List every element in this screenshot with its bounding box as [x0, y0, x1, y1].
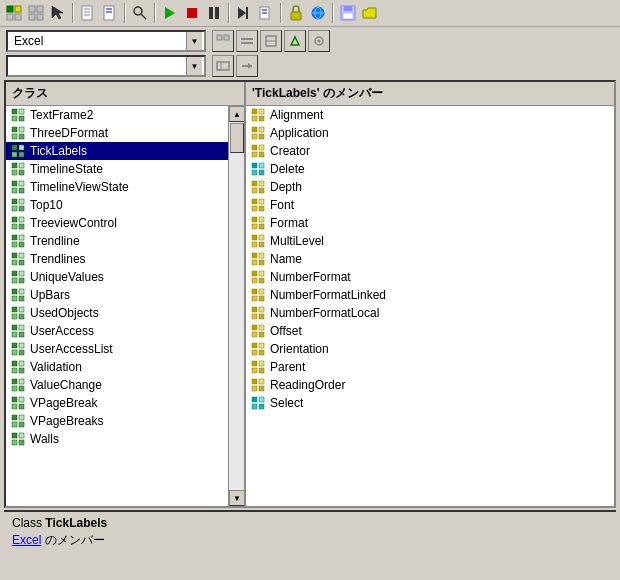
toolbar-icon-doc2[interactable]: [100, 3, 120, 23]
combo-library-arrow[interactable]: ▼: [186, 32, 202, 50]
svg-rect-91: [12, 307, 17, 312]
toolbar-icon-search[interactable]: [130, 3, 150, 23]
svg-rect-66: [19, 188, 24, 193]
svg-rect-35: [224, 35, 229, 40]
scroll-up-btn[interactable]: ▲: [229, 106, 244, 122]
toolbar-icon-globe[interactable]: [308, 3, 328, 23]
member-list-item[interactable]: Select: [246, 394, 614, 412]
class-list-item[interactable]: TickLabels: [6, 142, 228, 160]
toolbar-btn-b[interactable]: [236, 30, 258, 52]
svg-rect-0: [7, 6, 13, 12]
class-list-item[interactable]: UniqueValues: [6, 268, 228, 286]
svg-rect-87: [12, 289, 17, 294]
class-list-item[interactable]: VPageBreaks: [6, 412, 228, 430]
member-list-item[interactable]: Parent: [246, 358, 614, 376]
toolbar-icon-cursor[interactable]: [48, 3, 68, 23]
class-list-item[interactable]: Walls: [6, 430, 228, 448]
class-list-item[interactable]: UserAccessList: [6, 340, 228, 358]
scroll-down-btn[interactable]: ▼: [229, 490, 244, 506]
member-list-item[interactable]: Alignment: [246, 106, 614, 124]
class-list-item[interactable]: TextFrame2: [6, 106, 228, 124]
class-list-item[interactable]: Validation: [6, 358, 228, 376]
member-list-item[interactable]: Offset: [246, 322, 614, 340]
member-list-item[interactable]: NumberFormatLocal: [246, 304, 614, 322]
class-item-label: VPageBreak: [30, 396, 97, 410]
toolbar-icon-1[interactable]: [4, 3, 24, 23]
class-list-item[interactable]: TreeviewControl: [6, 214, 228, 232]
class-list-item[interactable]: ValueChange: [6, 376, 228, 394]
class-list-item[interactable]: Trendlines: [6, 250, 228, 268]
member-list-item[interactable]: NumberFormatLinked: [246, 286, 614, 304]
svg-rect-116: [12, 422, 17, 427]
toolbar-icon-stop[interactable]: [182, 3, 202, 23]
class-list-item[interactable]: UserAccess: [6, 322, 228, 340]
toolbar-btn-e[interactable]: [308, 30, 330, 52]
member-icon: [250, 143, 266, 159]
member-list-item[interactable]: Format: [246, 214, 614, 232]
svg-rect-86: [19, 278, 24, 283]
toolbar-btn-d[interactable]: [284, 30, 306, 52]
class-list-item[interactable]: VPageBreak: [6, 394, 228, 412]
combo-library[interactable]: Excel ▼: [6, 30, 206, 52]
svg-rect-158: [259, 260, 264, 265]
member-list-item[interactable]: NumberFormat: [246, 268, 614, 286]
toolbar-icon-2[interactable]: [26, 3, 46, 23]
svg-rect-77: [19, 235, 24, 240]
svg-rect-156: [252, 260, 257, 265]
member-list-item[interactable]: Orientation: [246, 340, 614, 358]
member-icon: [250, 107, 266, 123]
member-item-label: Orientation: [270, 342, 329, 356]
member-list[interactable]: Alignment Application Creator Delete Dep…: [246, 106, 614, 506]
toolbar-icon-doc1[interactable]: [78, 3, 98, 23]
toolbar-icon-pause[interactable]: [204, 3, 224, 23]
scroll-thumb[interactable]: [230, 123, 244, 153]
class-list-item[interactable]: Top10: [6, 196, 228, 214]
class-list-item[interactable]: Trendline: [6, 232, 228, 250]
class-list-item[interactable]: ThreeDFormat: [6, 124, 228, 142]
member-list-item[interactable]: ReadingOrder: [246, 376, 614, 394]
class-list-item[interactable]: TimelineViewState: [6, 178, 228, 196]
status-excel-link[interactable]: Excel: [12, 533, 41, 547]
svg-rect-36: [241, 38, 253, 40]
split-pane: クラス TextFrame2 ThreeDFormat TickLabels T…: [4, 80, 616, 508]
toolbar-icon-save[interactable]: [338, 3, 358, 23]
svg-rect-103: [12, 361, 17, 366]
class-icon: [10, 323, 26, 339]
combo-class[interactable]: ▼: [6, 55, 206, 77]
class-list-item[interactable]: UsedObjects: [6, 304, 228, 322]
svg-rect-68: [12, 206, 17, 211]
toolbar-icon-step[interactable]: [234, 3, 254, 23]
svg-rect-181: [259, 361, 264, 366]
toolbar-btn-group-1: [212, 30, 330, 52]
toolbar-icon-doc3[interactable]: [256, 3, 276, 23]
member-list-item[interactable]: Font: [246, 196, 614, 214]
class-item-label: UserAccess: [30, 324, 94, 338]
combo-class-arrow[interactable]: ▼: [186, 57, 202, 75]
toolbar-btn-f[interactable]: [212, 55, 234, 77]
toolbar-sep-1: [72, 3, 74, 23]
svg-rect-132: [252, 152, 257, 157]
member-item-label: NumberFormatLinked: [270, 288, 386, 302]
class-list-item[interactable]: TimelineState: [6, 160, 228, 178]
member-list-item[interactable]: Depth: [246, 178, 614, 196]
class-list-item[interactable]: UpBars: [6, 286, 228, 304]
svg-rect-117: [19, 415, 24, 420]
member-icon: [250, 269, 266, 285]
toolbar-btn-c[interactable]: [260, 30, 282, 52]
scroll-track: [229, 122, 244, 490]
toolbar-icon-open[interactable]: [360, 3, 380, 23]
class-list-scrollbar[interactable]: ▲ ▼: [228, 106, 244, 506]
member-list-item[interactable]: Delete: [246, 160, 614, 178]
class-icon: [10, 233, 26, 249]
class-item-label: UniqueValues: [30, 270, 104, 284]
toolbar-icon-run[interactable]: [160, 3, 180, 23]
toolbar-btn-g[interactable]: [236, 55, 258, 77]
class-list[interactable]: TextFrame2 ThreeDFormat TickLabels Timel…: [6, 106, 228, 506]
member-list-item[interactable]: MultiLevel: [246, 232, 614, 250]
toolbar-btn-a[interactable]: [212, 30, 234, 52]
member-list-item[interactable]: Creator: [246, 142, 614, 160]
toolbar-icon-lock[interactable]: [286, 3, 306, 23]
member-list-item[interactable]: Name: [246, 250, 614, 268]
member-list-item[interactable]: Application: [246, 124, 614, 142]
member-item-label: ReadingOrder: [270, 378, 345, 392]
